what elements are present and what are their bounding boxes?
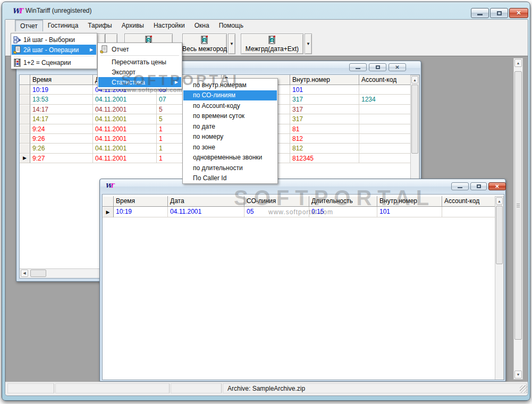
cell: 812345 bbox=[290, 154, 359, 163]
menu-item-1st-step[interactable]: 1й шаг - Выборки bbox=[12, 35, 96, 45]
menu-item-otchet[interactable]: Отчет bbox=[98, 44, 181, 54]
menu-item-label: 2й шаг - Операции bbox=[23, 46, 79, 54]
front-restore-button[interactable] bbox=[470, 182, 487, 190]
menu-item-by-duration[interactable]: по длительности bbox=[183, 163, 277, 173]
menubar-item-arkhivy[interactable]: Архивы bbox=[117, 20, 149, 31]
cell: 101 bbox=[290, 85, 359, 95]
report-document-icon bbox=[100, 45, 108, 54]
status-panel-archive: Archive: SampleArchive.zip bbox=[223, 383, 527, 393]
scroll-left-icon[interactable]: ◀ bbox=[21, 270, 28, 277]
front-grid-header: Время Дата СО-линия Длительность Внутр.н… bbox=[103, 196, 504, 207]
row-indicator-header bbox=[20, 75, 30, 85]
scrollbar-thumb[interactable] bbox=[411, 85, 418, 154]
column-header[interactable]: Внутр.номер bbox=[290, 75, 359, 85]
mdi-vscrollbar[interactable]: ▲ ▼ bbox=[513, 58, 523, 380]
scroll-down-icon[interactable]: ▼ bbox=[514, 371, 522, 378]
toolbar-label: Межгрд(дата+Ext) bbox=[246, 45, 299, 53]
menubar-item-okna[interactable]: Окна bbox=[190, 20, 214, 31]
menu-item-by-account-code[interactable]: по Account-коду bbox=[183, 100, 277, 111]
row-indicator: ▶ bbox=[20, 154, 30, 163]
svg-text:5: 5 bbox=[147, 38, 149, 43]
restore-button[interactable] bbox=[490, 8, 508, 18]
cell: 317 bbox=[290, 105, 359, 114]
report-menu: 1й шаг - Выборки 2й шаг - Операции ▶ 1+2… bbox=[11, 33, 97, 69]
scrollbar-thumb[interactable] bbox=[514, 71, 522, 340]
cell: 9:26 bbox=[30, 144, 93, 153]
menu-item-statistics[interactable]: Статистика ▶ bbox=[98, 77, 181, 87]
menubar-item-tarify[interactable]: Тарифы bbox=[83, 20, 116, 31]
column-header[interactable]: Время bbox=[114, 196, 168, 207]
menu-item-label: по зоне bbox=[193, 144, 215, 151]
menu-item-by-internal-numbers[interactable]: по внутр.номерам bbox=[183, 80, 277, 90]
report-document-icon bbox=[13, 46, 22, 54]
cell: 04.11.2001 bbox=[93, 124, 157, 134]
front-close-button[interactable]: ✕ bbox=[488, 182, 506, 190]
column-header[interactable]: Account-код bbox=[442, 196, 496, 207]
menu-item-recalculate[interactable]: Пересчитать цены bbox=[98, 57, 181, 67]
cell: 1234 bbox=[359, 95, 411, 104]
scrollbar-thumb[interactable] bbox=[496, 206, 503, 264]
cell: 812 bbox=[290, 144, 359, 153]
menu-item-by-caller-id[interactable]: По Caller Id bbox=[183, 173, 277, 184]
menubar-item-gostinitsa[interactable]: Гостиница bbox=[43, 20, 83, 31]
row-indicator bbox=[20, 95, 30, 104]
ves-mezhgorod-dropdown-arrow[interactable]: ▼ bbox=[228, 33, 235, 54]
resize-grip[interactable] bbox=[520, 385, 527, 393]
scrollbar-thumb[interactable] bbox=[30, 270, 46, 277]
column-header[interactable]: Время bbox=[30, 75, 93, 85]
cell: 0:15 bbox=[309, 207, 377, 217]
cell: 10:19 bbox=[30, 85, 93, 95]
front-window-client: Время Дата СО-линия Длительность Внутр.н… bbox=[102, 194, 504, 380]
menu-item-by-zone[interactable]: по зоне bbox=[183, 142, 277, 153]
front-grid-vscrollbar[interactable]: ▲ bbox=[495, 196, 504, 380]
menubar-item-otchet[interactable]: Отчет bbox=[15, 20, 43, 31]
menu-item-by-number[interactable]: по номеру bbox=[183, 132, 277, 142]
table-row[interactable]: ▶ 10:19 04.11.2001 05 0:15 101 bbox=[103, 207, 504, 217]
menu-separator bbox=[14, 56, 94, 56]
cell: 14:17 bbox=[30, 114, 93, 124]
menu-item-label: Отчет bbox=[112, 46, 129, 53]
film-reel-4-icon: 4 bbox=[268, 36, 276, 44]
column-header[interactable]: Внутр.номер bbox=[377, 196, 442, 207]
menubar-item-pomosch[interactable]: Помощь bbox=[214, 20, 248, 31]
scroll-up-icon[interactable]: ▲ bbox=[411, 76, 418, 83]
back-close-button[interactable]: ✕ bbox=[389, 63, 406, 71]
column-header[interactable]: Дата bbox=[168, 196, 244, 207]
menu-item-scenarios[interactable]: 1+2 = Сценарии bbox=[12, 57, 96, 68]
status-panel-3 bbox=[171, 383, 222, 393]
front-minimize-button[interactable] bbox=[451, 182, 469, 190]
chevron-down-icon: ▼ bbox=[230, 41, 234, 46]
column-header[interactable]: Длительность bbox=[309, 196, 377, 207]
mezhgrd-dropdown-arrow[interactable]: ▼ bbox=[305, 33, 312, 54]
front-window-titlebar[interactable]: WT ✕ bbox=[100, 179, 505, 194]
cell: 812 bbox=[290, 134, 359, 144]
cell: 13:53 bbox=[30, 95, 93, 104]
restore-icon bbox=[376, 65, 380, 69]
menubar-item-nastroyki[interactable]: Настройки bbox=[149, 20, 190, 31]
back-minimize-button[interactable] bbox=[349, 63, 367, 71]
main-titlebar[interactable]: WT WinTariff (unregistered) ✕ bbox=[2, 2, 530, 21]
minimize-button[interactable] bbox=[471, 8, 489, 18]
menu-item-label: по номеру bbox=[193, 133, 223, 140]
menu-item-export[interactable]: Экспорт bbox=[98, 67, 181, 77]
column-header[interactable]: СО-линия bbox=[244, 196, 309, 207]
cell: 81 bbox=[290, 124, 359, 134]
toolbar-button-ves-mezhgorod[interactable]: 3 Весь межгород bbox=[182, 33, 227, 54]
archive-status-text: Archive: SampleArchive.zip bbox=[227, 385, 305, 392]
menu-item-2nd-step[interactable]: 2й шаг - Операции ▶ bbox=[12, 45, 96, 55]
close-button[interactable]: ✕ bbox=[509, 8, 528, 18]
cell: 04.11.2001 bbox=[93, 95, 157, 104]
menu-item-by-time-of-day[interactable]: по времени суток bbox=[183, 111, 277, 122]
cell bbox=[359, 144, 411, 153]
menu-item-by-date[interactable]: по дате bbox=[183, 121, 277, 132]
menu-item-label: по времени суток bbox=[193, 112, 244, 120]
scroll-up-icon[interactable]: ▲ bbox=[496, 197, 503, 205]
back-restore-button[interactable] bbox=[369, 63, 386, 71]
column-header[interactable]: Account-код bbox=[359, 75, 411, 85]
cell bbox=[359, 105, 411, 114]
scroll-up-icon[interactable]: ▲ bbox=[514, 59, 522, 67]
menu-item-simultaneous-calls[interactable]: одновременные звонки bbox=[183, 153, 277, 163]
cell bbox=[359, 134, 411, 144]
menu-item-by-co-lines[interactable]: по СО-линиям bbox=[183, 90, 277, 101]
toolbar-button-mezhgrd[interactable]: 4 Межгрд(дата+Ext) bbox=[241, 33, 303, 54]
